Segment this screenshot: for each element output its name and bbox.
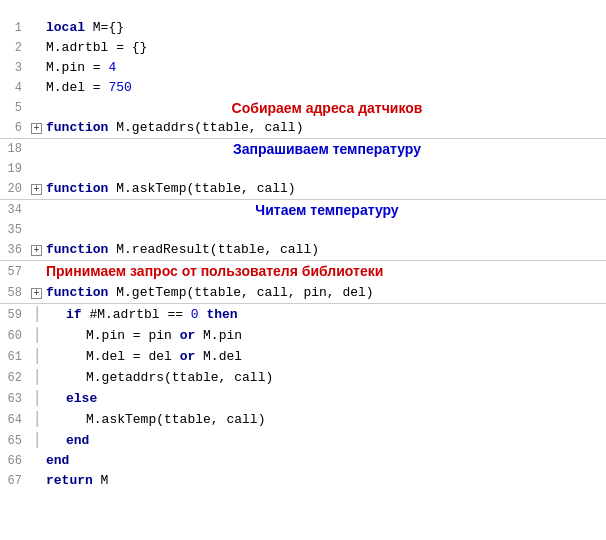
fold-icon[interactable]: + bbox=[31, 184, 42, 195]
line-number: 64 bbox=[0, 410, 30, 430]
fold-gutter[interactable]: │ bbox=[30, 304, 44, 325]
line-number: 67 bbox=[0, 471, 30, 491]
num-token: 4 bbox=[108, 60, 116, 75]
code-content: return M bbox=[44, 471, 606, 491]
ident-token: M.getaddrs(ttable, call) bbox=[86, 370, 273, 385]
fold-icon[interactable]: + bbox=[31, 245, 42, 256]
ident-token: M.pin = bbox=[46, 60, 108, 75]
line-number: 18 bbox=[0, 139, 30, 159]
code-content: function M.getaddrs(ttable, call) bbox=[44, 118, 606, 138]
kw-then-token: then bbox=[206, 307, 237, 322]
code-content: function M.askTemp(ttable, call) bbox=[44, 179, 606, 199]
code-content: M.pin = 4 bbox=[44, 58, 606, 78]
table-row: 57Принимаем запрос от пользователя библи… bbox=[0, 261, 606, 283]
kw-function-token: function bbox=[46, 285, 108, 300]
ident-token: M.askTemp(ttable, call) bbox=[86, 412, 265, 427]
kw-return-token: return bbox=[46, 473, 93, 488]
kw-function-token: function bbox=[46, 181, 108, 196]
section-label: Собираем адреса датчиков bbox=[46, 98, 606, 118]
fold-gutter[interactable]: │ bbox=[30, 325, 44, 346]
table-row: 3M.pin = 4 bbox=[0, 58, 606, 78]
ident-token: M bbox=[93, 473, 109, 488]
section-label: Читаем температуру bbox=[46, 200, 606, 220]
fold-gutter[interactable]: + bbox=[30, 283, 44, 303]
kw-function-token: function bbox=[46, 242, 108, 257]
code-content: Читаем температуру bbox=[44, 200, 606, 220]
line-number: 2 bbox=[0, 38, 30, 58]
code-content: end bbox=[44, 431, 606, 451]
table-row: 66end bbox=[0, 451, 606, 471]
table-row: 6+function M.getaddrs(ttable, call) bbox=[0, 118, 606, 139]
ident-token: M.askTemp(ttable, call) bbox=[108, 181, 295, 196]
ident-token: M.pin bbox=[195, 328, 242, 343]
table-row: 64│M.askTemp(ttable, call) bbox=[0, 409, 606, 430]
line-number: 59 bbox=[0, 305, 30, 325]
line-number: 63 bbox=[0, 389, 30, 409]
ident-token: M.pin = pin bbox=[86, 328, 180, 343]
section-label: Принимаем запрос от пользователя библиот… bbox=[46, 263, 383, 279]
fold-gutter[interactable]: │ bbox=[30, 409, 44, 430]
ident-token: M.getTemp(ttable, call, pin, del) bbox=[108, 285, 373, 300]
main-container: 1local M={}2M.adrtbl = {}3M.pin = 44M.de… bbox=[0, 0, 606, 501]
code-content: Принимаем запрос от пользователя библиот… bbox=[44, 261, 606, 283]
fold-gutter[interactable]: + bbox=[30, 118, 44, 138]
fold-gutter[interactable]: │ bbox=[30, 388, 44, 409]
line-number: 61 bbox=[0, 347, 30, 367]
code-content: Запрашиваем температуру bbox=[44, 139, 606, 159]
section-label: Запрашиваем температуру bbox=[46, 139, 606, 159]
code-content: else bbox=[44, 389, 606, 409]
ident-token: M.del = del bbox=[86, 349, 180, 364]
code-content: function M.getTemp(ttable, call, pin, de… bbox=[44, 283, 606, 303]
line-number: 19 bbox=[0, 159, 30, 179]
kw-end-token: end bbox=[66, 433, 89, 448]
line-number: 5 bbox=[0, 98, 30, 118]
code-block: 1local M={}2M.adrtbl = {}3M.pin = 44M.de… bbox=[0, 18, 606, 491]
fold-icon[interactable]: + bbox=[31, 288, 42, 299]
line-number: 57 bbox=[0, 262, 30, 282]
table-row: 35 bbox=[0, 220, 606, 240]
kw-or-token: or bbox=[180, 328, 196, 343]
fold-gutter[interactable]: │ bbox=[30, 430, 44, 451]
num-token: 0 bbox=[191, 307, 199, 322]
kw-else-token: else bbox=[66, 391, 97, 406]
line-number: 6 bbox=[0, 118, 30, 138]
kw-if-token: if bbox=[66, 307, 82, 322]
ident-token: M.del = bbox=[46, 80, 108, 95]
code-content: M.askTemp(ttable, call) bbox=[44, 410, 606, 430]
fold-icon[interactable]: + bbox=[31, 123, 42, 134]
table-row: 58+function M.getTemp(ttable, call, pin,… bbox=[0, 283, 606, 304]
line-number: 62 bbox=[0, 368, 30, 388]
fold-gutter[interactable]: │ bbox=[30, 367, 44, 388]
line-number: 35 bbox=[0, 220, 30, 240]
fold-gutter[interactable]: │ bbox=[30, 346, 44, 367]
table-row: 61│M.del = del or M.del bbox=[0, 346, 606, 367]
fold-gutter[interactable]: + bbox=[30, 240, 44, 260]
line-number: 4 bbox=[0, 78, 30, 98]
kw-local-token: local bbox=[46, 20, 85, 35]
line-number: 58 bbox=[0, 283, 30, 303]
ident-token: M.getaddrs(ttable, call) bbox=[108, 120, 303, 135]
kw-or-token: or bbox=[180, 349, 196, 364]
code-content: end bbox=[44, 451, 606, 471]
code-content: function M.readResult(ttable, call) bbox=[44, 240, 606, 260]
line-number: 20 bbox=[0, 179, 30, 199]
ident-token: M.adrtbl = {} bbox=[46, 40, 147, 55]
table-row: 36+function M.readResult(ttable, call) bbox=[0, 240, 606, 261]
kw-function-token: function bbox=[46, 120, 108, 135]
code-content: Собираем адреса датчиков bbox=[44, 98, 606, 118]
line-number: 36 bbox=[0, 240, 30, 260]
ident-token: M.readResult(ttable, call) bbox=[108, 242, 319, 257]
table-row: 59│if #M.adrtbl == 0 then bbox=[0, 304, 606, 325]
table-row: 63│else bbox=[0, 388, 606, 409]
line-number: 3 bbox=[0, 58, 30, 78]
line-number: 60 bbox=[0, 326, 30, 346]
table-row: 65│end bbox=[0, 430, 606, 451]
ident-token: M.del bbox=[195, 349, 242, 364]
table-row: 20+function M.askTemp(ttable, call) bbox=[0, 179, 606, 200]
fold-gutter[interactable]: + bbox=[30, 179, 44, 199]
table-row: 18Запрашиваем температуру bbox=[0, 139, 606, 159]
code-content: local M={} bbox=[44, 18, 606, 38]
line-number: 34 bbox=[0, 200, 30, 220]
num-token: 750 bbox=[108, 80, 131, 95]
table-row: 4M.del = 750 bbox=[0, 78, 606, 98]
